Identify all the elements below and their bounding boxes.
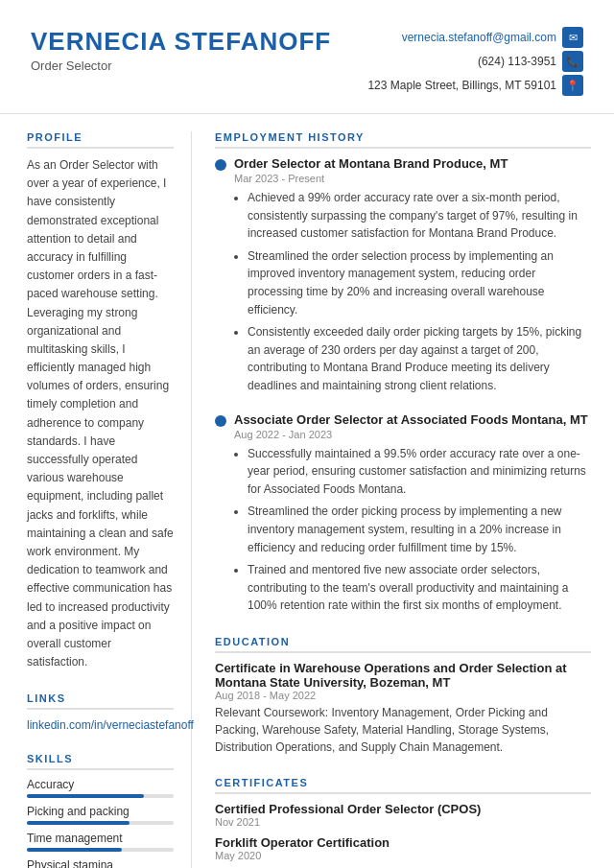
skill-bar-bg [27,794,174,798]
cert-date: Nov 2021 [215,816,591,828]
left-column: PROFILE As an Order Selector with over a… [0,131,192,868]
location-icon: 📍 [562,75,583,96]
address-row: 123 Maple Street, Billings, MT 59101 📍 [367,75,583,96]
address-text: 123 Maple Street, Billings, MT 59101 [367,79,556,92]
skills-section: SKILLS Accuracy Picking and packing Time… [27,753,174,868]
job-date: Mar 2023 - Present [234,173,591,184]
cert-title: Certified Professional Order Selector (C… [215,802,591,816]
phone-icon: 📞 [562,51,583,72]
certificates-section: CERTIFICATES Certified Professional Orde… [215,777,591,861]
skill-item: Physical stamina [27,858,174,868]
education-label: EDUCATION [215,636,591,653]
skill-bar-fill [27,794,144,798]
header-right: vernecia.stefanoff@gmail.com ✉ (624) 113… [367,27,583,96]
certificate-item: Certified Professional Order Selector (C… [215,802,591,828]
profile-text: As an Order Selector with over a year of… [27,156,174,671]
job-title: Order Selector [31,59,331,73]
employment-label: EMPLOYMENT HISTORY [215,131,591,149]
skill-bar-fill [27,821,130,825]
skill-item: Picking and packing [27,805,174,825]
header: VERNECIA STEFANOFF Order Selector vernec… [0,0,614,114]
skill-name: Time management [27,832,174,845]
job-bullet: Streamlined the order selection process … [248,247,591,318]
job-header: Associate Order Selector at Associated F… [215,412,591,427]
linkedin-link-item: linkedin.com/in/verneciastefanoff [27,717,174,732]
cert-title: Forklift Operator Certification [215,835,591,850]
links-label: LINKS [27,692,174,710]
cert-date: May 2020 [215,850,591,861]
full-name: VERNECIA STEFANOFF [31,27,331,57]
skills-container: Accuracy Picking and packing Time manage… [27,778,174,868]
skill-name: Physical stamina [27,858,174,868]
job-bullet: Successfully maintained a 99.5% order ac… [248,445,591,499]
email-icon: ✉ [562,27,583,48]
job-bullets: Achieved a 99% order accuracy rate over … [234,189,591,395]
header-left: VERNECIA STEFANOFF Order Selector [31,27,331,73]
job-item: Associate Order Selector at Associated F… [215,412,591,615]
job-item: Order Selector at Montana Brand Produce,… [215,156,591,395]
email-link[interactable]: vernecia.stefanoff@gmail.com [402,31,556,44]
employment-section: EMPLOYMENT HISTORY Order Selector at Mon… [215,131,591,615]
skills-label: SKILLS [27,753,174,770]
job-header: Order Selector at Montana Brand Produce,… [215,156,591,171]
profile-label: PROFILE [27,131,174,149]
skill-bar-fill [27,848,122,852]
edu-date: Aug 2018 - May 2022 [215,690,591,701]
profile-section: PROFILE As an Order Selector with over a… [27,131,174,671]
right-column: EMPLOYMENT HISTORY Order Selector at Mon… [192,131,614,868]
skill-bar-bg [27,848,174,852]
education-section: EDUCATION Certificate in Warehouse Opera… [215,636,591,756]
job-bullets: Successfully maintained a 99.5% order ac… [234,445,591,615]
job-dot [215,415,226,427]
job-bullet: Achieved a 99% order accuracy rate over … [248,189,591,243]
job-date: Aug 2022 - Jan 2023 [234,429,591,440]
skill-item: Time management [27,832,174,852]
job-dot [215,159,226,171]
body: PROFILE As an Order Selector with over a… [0,114,614,868]
links-section: LINKS linkedin.com/in/verneciastefanoff [27,692,174,732]
job-bullet: Consistently exceeded daily order pickin… [248,323,591,394]
job-bullet: Trained and mentored five new associate … [248,561,591,615]
skill-name: Picking and packing [27,805,174,818]
phone-text: (624) 113-3951 [478,55,556,68]
edu-title: Certificate in Warehouse Operations and … [215,661,591,690]
jobs-container: Order Selector at Montana Brand Produce,… [215,156,591,615]
job-bullet: Streamlined the order picking process by… [248,503,591,556]
certs-container: Certified Professional Order Selector (C… [215,802,591,861]
linkedin-link[interactable]: linkedin.com/in/verneciastefanoff [27,718,194,732]
skill-name: Accuracy [27,778,174,791]
page: VERNECIA STEFANOFF Order Selector vernec… [0,0,614,868]
skill-bar-bg [27,821,174,825]
skill-item: Accuracy [27,778,174,798]
edu-coursework: Relevant Coursework: Inventory Managemen… [215,704,591,756]
certificate-item: Forklift Operator Certification May 2020 [215,835,591,861]
phone-row: (624) 113-3951 📞 [478,51,583,72]
email-row: vernecia.stefanoff@gmail.com ✉ [402,27,583,48]
job-title-text: Order Selector at Montana Brand Produce,… [234,156,508,171]
job-title-text: Associate Order Selector at Associated F… [234,412,588,427]
certificates-label: CERTIFICATES [215,777,591,794]
